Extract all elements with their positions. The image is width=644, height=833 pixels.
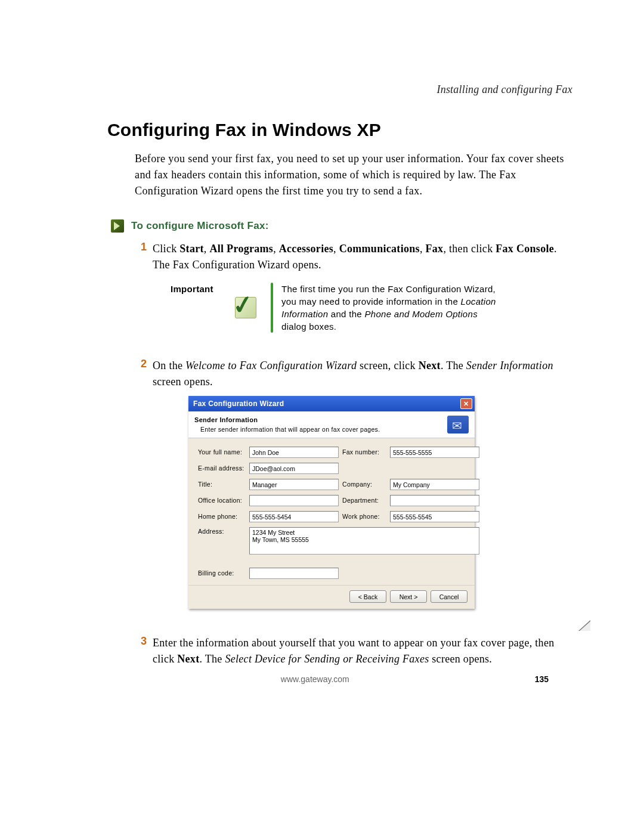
- step-body: Enter the information about yourself tha…: [153, 635, 572, 667]
- cancel-button[interactable]: Cancel: [431, 590, 467, 603]
- label-title: Title:: [198, 480, 246, 490]
- input-company[interactable]: [390, 479, 479, 490]
- input-full-name[interactable]: [249, 447, 339, 458]
- wizard-header-subtitle: Enter sender information that will appea…: [194, 425, 380, 435]
- input-fax-number[interactable]: [390, 447, 479, 458]
- callout-label: Important: [171, 283, 224, 296]
- label-full-name: Your full name:: [198, 448, 246, 457]
- input-title[interactable]: [249, 479, 339, 490]
- procedure-arrow-icon: [111, 219, 124, 233]
- dog-ear-icon: [571, 614, 590, 631]
- page-number: 135: [535, 674, 549, 684]
- label-office: Office location:: [198, 496, 246, 506]
- callout-bar: [271, 283, 273, 333]
- input-office[interactable]: [249, 495, 339, 506]
- label-fax-number: Fax number:: [342, 448, 386, 457]
- label-email: E-mail address:: [198, 464, 246, 473]
- step-3: 3 Enter the information about yourself t…: [135, 635, 572, 667]
- input-work-phone[interactable]: [390, 511, 479, 522]
- wizard-titlebar: Fax Configuration Wizard ✕: [188, 396, 475, 411]
- procedure-heading-label: To configure Microsoft Fax:: [131, 220, 269, 232]
- input-department[interactable]: [390, 495, 479, 506]
- steps-list: 1 Click Start, All Programs, Accessories…: [135, 241, 572, 667]
- intro-paragraph: Before you send your first fax, you need…: [135, 151, 572, 199]
- callout-icon-col: ✓: [233, 283, 262, 320]
- label-billing: Billing code:: [198, 569, 246, 578]
- label-company: Company:: [342, 480, 386, 490]
- running-head: Installing and configuring Fax: [107, 83, 572, 96]
- step-number: 1: [135, 241, 147, 347]
- label-work-phone: Work phone:: [342, 512, 386, 522]
- wizard-header: Sender Information Enter sender informat…: [188, 411, 475, 438]
- procedure-heading: To configure Microsoft Fax:: [111, 219, 572, 233]
- step-body: On the Welcome to Fax Configuration Wiza…: [153, 358, 572, 624]
- callout-text: The first time you run the Fax Configura…: [281, 283, 496, 333]
- input-home-phone[interactable]: [249, 511, 339, 522]
- wizard-title: Fax Configuration Wizard: [193, 398, 284, 409]
- next-button[interactable]: Next >: [390, 590, 427, 603]
- step-1: 1 Click Start, All Programs, Accessories…: [135, 241, 572, 347]
- back-button[interactable]: < Back: [349, 590, 386, 603]
- page-title: Configuring Fax in Windows XP: [107, 120, 572, 140]
- close-icon[interactable]: ✕: [460, 398, 472, 409]
- fax-machine-icon: [447, 416, 469, 433]
- step-body: Click Start, All Programs, Accessories, …: [153, 241, 572, 347]
- step-number: 2: [135, 358, 147, 624]
- wizard-header-title: Sender Information: [194, 415, 380, 425]
- manual-page: Installing and configuring Fax Configuri…: [0, 0, 644, 833]
- label-home-phone: Home phone:: [198, 512, 246, 522]
- label-address: Address:: [198, 527, 246, 537]
- label-department: Department:: [342, 496, 386, 506]
- important-callout: Important ✓ The first time you run the F…: [171, 283, 572, 333]
- input-billing[interactable]: [249, 568, 339, 579]
- wizard-body: Your full name: Fax number: E-mail addre…: [188, 438, 475, 585]
- page-footer: www.gateway.com 135: [0, 674, 644, 684]
- wizard-button-row: < Back Next > Cancel: [188, 585, 475, 609]
- input-email[interactable]: [249, 463, 339, 474]
- step-2: 2 On the Welcome to Fax Configuration Wi…: [135, 358, 572, 624]
- fax-wizard-screenshot: Fax Configuration Wizard ✕ Sender Inform…: [188, 396, 475, 609]
- footer-url: www.gateway.com: [281, 674, 349, 684]
- checkmark-icon: ✓: [233, 293, 259, 320]
- input-address[interactable]: [249, 527, 479, 555]
- step-number: 3: [135, 635, 147, 667]
